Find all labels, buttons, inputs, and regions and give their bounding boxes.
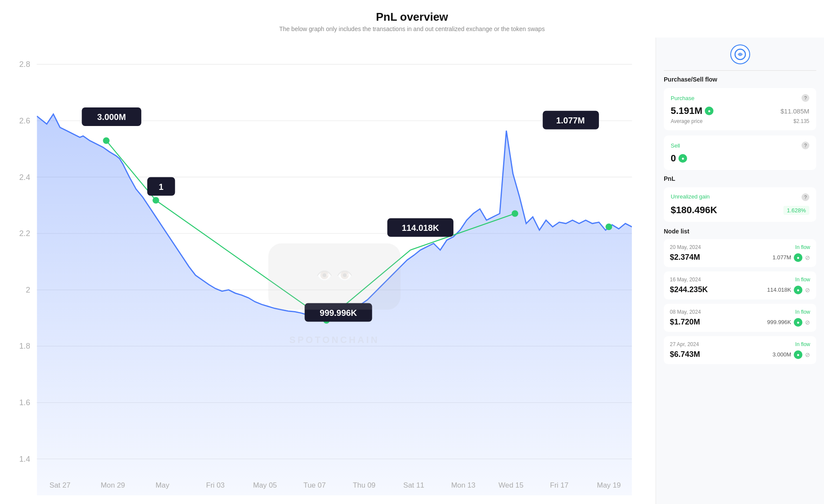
- node-3-amount-row: 3.000M ● ⊘: [773, 350, 810, 359]
- page-container: PnL overview The below graph only includ…: [0, 0, 824, 504]
- svg-text:114.018K: 114.018K: [402, 223, 439, 233]
- node-item-0-header: 20 May, 2024 In flow: [670, 244, 810, 250]
- svg-text:May 19: May 19: [597, 481, 621, 489]
- svg-text:Tue 07: Tue 07: [303, 481, 326, 489]
- node-item-3-body: $6.743M 3.000M ● ⊘: [670, 350, 810, 359]
- svg-text:2.6: 2.6: [19, 116, 30, 125]
- unrealized-gain-label: Unrealized gain: [671, 193, 710, 201]
- sell-help-icon[interactable]: ?: [802, 142, 809, 149]
- purchase-coin-icon: ●: [705, 107, 713, 115]
- node-1-eye-icon[interactable]: ⊘: [805, 287, 810, 293]
- sell-section: Sell ? 0 ●: [664, 135, 816, 170]
- page-title: PnL overview: [0, 10, 824, 24]
- node-2-amount: 999.996K: [767, 319, 791, 325]
- page-header: PnL overview The below graph only includ…: [0, 0, 824, 38]
- purchase-value: 5.191M ●: [671, 105, 713, 117]
- svg-text:May: May: [155, 481, 169, 489]
- node-3-flow: In flow: [795, 341, 810, 347]
- sell-label: Sell: [671, 142, 680, 149]
- purchase-value-row: 5.191M ● $11.085M: [671, 105, 809, 117]
- svg-text:1.077M: 1.077M: [556, 116, 585, 125]
- node-2-flow: In flow: [795, 309, 810, 315]
- node-item-1-header: 16 May, 2024 In flow: [670, 277, 810, 283]
- svg-text:Thu 09: Thu 09: [353, 481, 375, 489]
- svg-text:2.8: 2.8: [19, 60, 30, 69]
- svg-text:Fri 17: Fri 17: [550, 481, 568, 489]
- chart-area: 2.8 2.6 2.4 2.2 2 1.8 1.6 1.4: [0, 38, 656, 504]
- node-item-2: 08 May, 2024 In flow $1.720M 999.996K ● …: [664, 304, 816, 332]
- sell-value: 0 ●: [671, 153, 809, 164]
- node-3-usd: $6.743M: [670, 350, 700, 359]
- divider-top: [664, 70, 816, 71]
- svg-text:SPOTONCHAIN: SPOTONCHAIN: [289, 335, 379, 345]
- main-content: 2.8 2.6 2.4 2.2 2 1.8 1.6 1.4: [0, 38, 824, 504]
- svg-text:Wed 15: Wed 15: [498, 481, 523, 489]
- node-2-usd: $1.720M: [670, 318, 700, 327]
- sell-coin-icon: ●: [678, 154, 687, 163]
- svg-text:2.4: 2.4: [19, 173, 30, 182]
- unrealized-gain-percent: 1.628%: [783, 206, 809, 215]
- svg-text:May 05: May 05: [253, 481, 277, 489]
- chart-wrapper: 2.8 2.6 2.4 2.2 2 1.8 1.6 1.4: [10, 44, 645, 504]
- pnl-section: Unrealized gain ? $180.496K 1.628%: [664, 187, 816, 222]
- sell-header: Sell ?: [671, 142, 809, 149]
- node-2-amount-row: 999.996K ● ⊘: [767, 318, 810, 327]
- svg-point-18: [103, 137, 109, 144]
- unrealized-gain-value: $180.496K: [671, 205, 717, 216]
- svg-text:Fri 03: Fri 03: [206, 481, 225, 489]
- svg-text:Sat 11: Sat 11: [403, 481, 425, 489]
- svg-text:1: 1: [159, 182, 164, 192]
- node-item-2-header: 08 May, 2024 In flow: [670, 309, 810, 315]
- unrealized-help-icon[interactable]: ?: [802, 193, 809, 201]
- sidebar-logo-area: [664, 44, 816, 64]
- node-0-coin-icon: ●: [794, 253, 802, 262]
- node-1-flow: In flow: [795, 277, 810, 283]
- node-2-eye-icon[interactable]: ⊘: [805, 319, 810, 326]
- unrealized-gain-header: Unrealized gain ?: [671, 193, 809, 201]
- node-list-title: Node list: [664, 228, 816, 235]
- node-2-date: 08 May, 2024: [670, 309, 701, 315]
- right-sidebar: Purchase/Sell flow Purchase ? 5.191M ● $…: [656, 38, 824, 504]
- svg-point-20: [152, 197, 159, 204]
- node-1-date: 16 May, 2024: [670, 277, 701, 283]
- logo-icon: [730, 44, 750, 64]
- svg-text:Mon 29: Mon 29: [101, 481, 125, 489]
- purchase-header: Purchase ?: [671, 94, 809, 102]
- node-item-1: 16 May, 2024 In flow $244.235K 114.018K …: [664, 271, 816, 299]
- purchase-usd-value: $11.085M: [780, 107, 809, 115]
- node-0-flow: In flow: [795, 244, 810, 250]
- price-chart: 2.8 2.6 2.4 2.2 2 1.8 1.6 1.4: [10, 44, 645, 504]
- svg-text:1.4: 1.4: [19, 454, 30, 463]
- node-item-2-body: $1.720M 999.996K ● ⊘: [670, 318, 810, 327]
- svg-text:👁️ 👁️: 👁️ 👁️: [316, 268, 353, 284]
- avg-price-label: Average price: [671, 118, 703, 124]
- svg-text:1.6: 1.6: [19, 398, 30, 407]
- avg-price-value: $2.135: [793, 118, 809, 124]
- page-subtitle: The below graph only includes the transa…: [0, 25, 824, 32]
- svg-text:2: 2: [26, 285, 30, 294]
- node-1-amount: 114.018K: [767, 287, 791, 293]
- purchase-help-icon[interactable]: ?: [802, 94, 809, 102]
- pnl-value-row: $180.496K 1.628%: [671, 205, 809, 216]
- purchase-section: Purchase ? 5.191M ● $11.085M Average pri…: [664, 88, 816, 130]
- node-0-usd: $2.374M: [670, 253, 700, 262]
- svg-text:3.000M: 3.000M: [97, 112, 126, 122]
- node-3-eye-icon[interactable]: ⊘: [805, 351, 810, 358]
- node-3-coin-icon: ●: [794, 350, 802, 359]
- node-item-3-header: 27 Apr, 2024 In flow: [670, 341, 810, 347]
- node-0-eye-icon[interactable]: ⊘: [805, 254, 810, 261]
- svg-point-24: [512, 210, 518, 217]
- svg-text:2.2: 2.2: [19, 229, 30, 238]
- node-1-amount-row: 114.018K ● ⊘: [767, 286, 810, 294]
- node-3-date: 27 Apr, 2024: [670, 341, 699, 347]
- svg-point-25: [605, 224, 612, 230]
- node-0-amount-row: 1.077M ● ⊘: [773, 253, 810, 262]
- node-2-coin-icon: ●: [794, 318, 802, 327]
- svg-text:1.8: 1.8: [19, 341, 30, 350]
- node-1-coin-icon: ●: [794, 286, 802, 294]
- node-0-amount: 1.077M: [773, 254, 791, 261]
- svg-text:Mon 13: Mon 13: [451, 481, 475, 489]
- purchase-label: Purchase: [671, 95, 694, 101]
- pnl-section-title: PnL: [664, 175, 816, 182]
- node-item-1-body: $244.235K 114.018K ● ⊘: [670, 285, 810, 294]
